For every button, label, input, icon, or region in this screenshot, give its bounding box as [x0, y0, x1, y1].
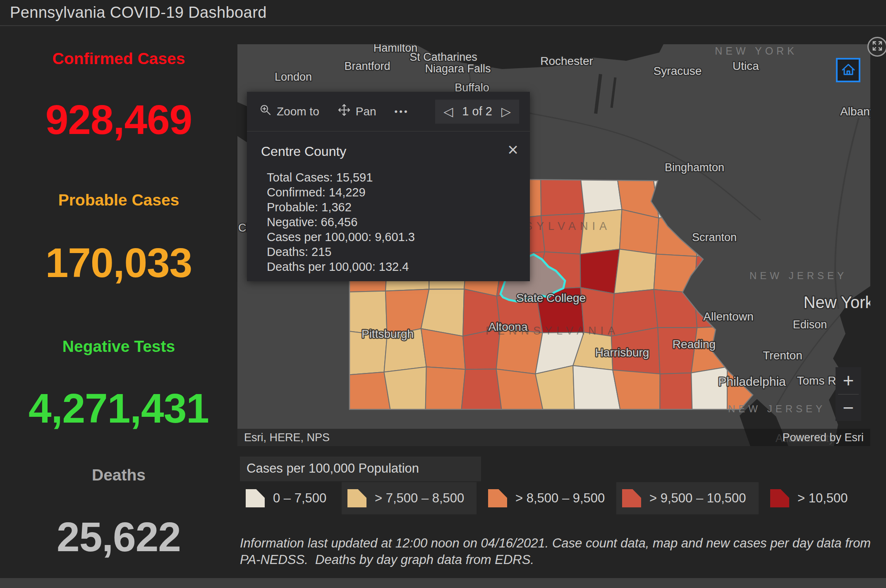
- more-options-button[interactable]: •••: [395, 106, 409, 117]
- legend-range-label: > 9,500 – 10,500: [649, 491, 746, 506]
- legend-range-label: > 7,500 – 8,500: [375, 491, 464, 506]
- fullscreen-button[interactable]: [867, 37, 886, 57]
- page-title: Pennsylvania COVID-19 Dashboard: [10, 4, 267, 22]
- map-label: Trenton: [763, 349, 802, 362]
- home-extent-button[interactable]: [836, 58, 860, 82]
- legend-title: Cases per 100,000 Population: [240, 457, 481, 481]
- legend-item: > 8,500 – 9,500: [482, 482, 617, 514]
- map-label: St Catharines: [409, 51, 477, 63]
- pan-icon: [338, 103, 351, 120]
- popup-title: Centre County: [261, 144, 517, 159]
- map-label: Philadelphia: [718, 375, 786, 388]
- stat-value-probable: 170,033: [0, 239, 237, 287]
- map-label: Albany: [840, 105, 870, 118]
- attribution-sources: Esri, HERE, NPS: [244, 431, 330, 444]
- map-label: Harrisburg: [595, 346, 649, 359]
- pan-button[interactable]: Pan: [338, 103, 376, 120]
- legend-range-label: 0 – 7,500: [273, 491, 326, 506]
- legend-item: > 10,500: [764, 482, 860, 514]
- stat-label-probable: Probable Cases: [0, 191, 237, 209]
- county-popup: Zoom to Pan ••• ◁ 1 of 2 ▷ Centr: [247, 92, 530, 281]
- close-icon[interactable]: ×: [508, 141, 518, 159]
- attribution-esri: Powered by Esri: [782, 431, 864, 444]
- header-bar: Pennsylvania COVID-19 Dashboard: [0, 0, 886, 26]
- map-label: Niagara Falls: [425, 62, 491, 75]
- popup-field: Deaths: 215: [267, 244, 517, 259]
- county-shape[interactable]: [541, 213, 584, 254]
- legend-items: 0 – 7,500> 7,500 – 8,500> 8,500 – 9,500>…: [240, 482, 879, 514]
- zoom-to-label: Zoom to: [277, 105, 319, 118]
- stat-value-negative: 4,271,431: [0, 385, 237, 432]
- popup-toolbar: Zoom to Pan ••• ◁ 1 of 2 ▷: [247, 92, 530, 131]
- popup-fields: Total Cases: 15,591Confirmed: 14,229Prob…: [261, 170, 517, 274]
- map-label: New York: [804, 293, 870, 311]
- map-legend: Cases per 100,000 Population 0 – 7,500> …: [240, 457, 879, 514]
- home-icon: [839, 60, 857, 80]
- map-label: Edison: [793, 318, 827, 331]
- zoom-to-button[interactable]: Zoom to: [259, 104, 319, 119]
- legend-swatch-icon: [347, 489, 366, 507]
- map-label: PENNSYLVANIA: [486, 325, 619, 337]
- legend-range-label: > 10,500: [797, 491, 848, 506]
- pager-count: 1 of 2: [462, 105, 492, 118]
- popup-field: Cases per 100,000: 9,601.3: [267, 229, 517, 244]
- stats-sidebar: Confirmed Cases928,469Probable Cases170,…: [0, 27, 237, 588]
- legend-swatch-icon: [246, 489, 265, 507]
- legend-item: 0 – 7,500: [240, 482, 339, 514]
- popup-field: Negative: 66,456: [267, 215, 517, 229]
- stat-label-negative: Negative Tests: [0, 337, 237, 356]
- county-shape[interactable]: [658, 327, 697, 374]
- update-note: Information last updated at 12:00 noon o…: [240, 535, 877, 568]
- bottom-scrollbar[interactable]: [0, 578, 886, 588]
- stat-label-deaths: Deaths: [0, 466, 237, 484]
- map-label: Reading: [673, 338, 716, 351]
- legend-range-label: > 8,500 – 9,500: [515, 491, 605, 506]
- map-label: Utica: [733, 60, 759, 72]
- legend-item: > 9,500 – 10,500: [616, 482, 759, 514]
- expand-icon: [871, 40, 884, 54]
- legend-item: > 7,500 – 8,500: [342, 482, 477, 514]
- popup-field: Total Cases: 15,591: [267, 170, 517, 185]
- stat-value-deaths: 25,622: [0, 513, 237, 561]
- county-shape[interactable]: [421, 289, 464, 336]
- map-label: Binghamton: [665, 161, 724, 174]
- stat-label-confirmed: Confirmed Cases: [0, 50, 237, 68]
- popup-field: Deaths per 100,000: 132.4: [267, 259, 517, 274]
- magnifier-plus-icon: [259, 104, 272, 119]
- popup-field: Confirmed: 14,229: [267, 185, 517, 200]
- zoom-in-button[interactable]: +: [836, 367, 861, 394]
- zoom-out-button[interactable]: −: [836, 394, 861, 421]
- map-label: London: [275, 71, 312, 83]
- map-label: State College: [516, 292, 586, 304]
- legend-swatch-icon: [622, 489, 641, 507]
- map-label: NEW JERSEY: [750, 270, 847, 281]
- map-label: Allentown: [703, 310, 753, 323]
- stat-value-confirmed: 928,469: [0, 96, 237, 143]
- pager-next-icon[interactable]: ▷: [501, 104, 511, 119]
- map-zoom-control: + −: [836, 367, 861, 421]
- legend-swatch-icon: [770, 489, 789, 507]
- popup-pager: ◁ 1 of 2 ▷: [435, 100, 519, 124]
- map-attribution-bar: Esri, HERE, NPS Powered by Esri: [237, 429, 870, 446]
- county-shape[interactable]: [614, 249, 656, 294]
- pan-label: Pan: [356, 105, 376, 118]
- pager-prev-icon[interactable]: ◁: [443, 104, 453, 119]
- map-label: Rochester: [540, 55, 593, 67]
- map-label: Scranton: [692, 231, 737, 244]
- map-label: Syracuse: [654, 65, 702, 77]
- dashboard-root: Pennsylvania COVID-19 Dashboard Confirme…: [0, 0, 886, 588]
- map-label: Toms R: [797, 374, 836, 387]
- legend-swatch-icon: [488, 489, 507, 507]
- map-label: Pittsburgh: [362, 327, 414, 340]
- map-label: NEW JERSEY: [728, 403, 826, 414]
- popup-field: Probable: 1,362: [267, 200, 517, 215]
- county-shape[interactable]: [580, 249, 620, 294]
- popup-body: Centre County × Total Cases: 15,591Confi…: [247, 131, 530, 274]
- map-label: NEW YORK: [715, 45, 797, 57]
- map-label: Brantford: [344, 60, 390, 72]
